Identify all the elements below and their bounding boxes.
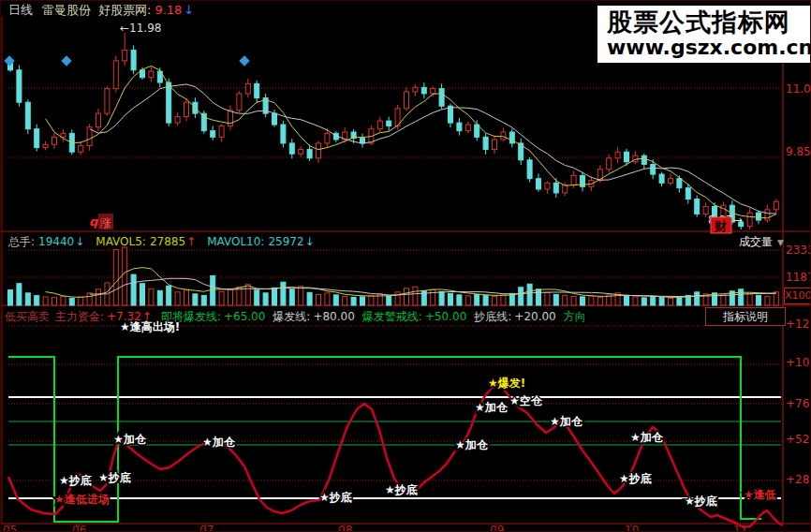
candlestick (61, 133, 66, 137)
title-token: 日线 (8, 2, 33, 19)
indicator-header: 低买高卖主力资金:+7.32↑即将爆发线:+65.00爆发线:+80.00爆发警… (5, 309, 586, 325)
price-ma5-line (46, 66, 776, 218)
indicator-help-button[interactable]: 指标说明 (705, 307, 786, 326)
volume-bar (96, 289, 101, 305)
indicator-header-token: 抄底线: (474, 309, 511, 325)
volume-bar (747, 294, 752, 305)
volume-bar (8, 290, 13, 305)
indicator-axis-label: +76.9 (786, 397, 811, 410)
volume-bar (405, 288, 409, 305)
candlestick (299, 150, 303, 155)
volume-bar (140, 284, 145, 305)
volume-header-token: 总手: (8, 234, 35, 250)
chevron-down-icon: ▼ (777, 238, 784, 247)
candlestick (307, 150, 312, 158)
volume-bar (307, 292, 312, 305)
signal-marker: ★空仓 (509, 394, 543, 407)
signal-marker: ★抄底 (619, 472, 652, 485)
title-bar: 日线雷曼股份好股票网:9.18↓ (8, 2, 194, 19)
volume-header: 总手:19440↓MAVOL5:27885↑MAVOL10:25972↓ (8, 234, 315, 250)
signal-marker: ★抄底 (98, 471, 131, 484)
title-token: 雷曼股份 (42, 2, 91, 19)
candlestick (625, 152, 629, 162)
diamond-marker (61, 55, 71, 66)
candlestick (245, 83, 250, 94)
date-label: 09 (490, 524, 504, 532)
volume-bar (184, 290, 189, 305)
indicator-header-token: +50.00 (425, 310, 466, 323)
candlestick (553, 183, 558, 193)
watermark-title: 股票公式指标网 (607, 8, 811, 37)
candlestick (465, 125, 470, 131)
date-label: 05 (3, 524, 17, 532)
signal-marker: ★加仓 (455, 438, 489, 451)
candlestick (52, 137, 57, 144)
volume-bar (299, 287, 303, 305)
candlestick (457, 123, 462, 131)
candlestick (421, 87, 426, 94)
volume-header-token: ↓ (305, 235, 315, 248)
volume-header-token: ↑ (186, 235, 196, 248)
indicator-header-token: +20.00 (514, 310, 555, 323)
volume-bar (325, 293, 330, 305)
candlestick (431, 89, 435, 94)
volume-bar (52, 298, 57, 305)
volume-bar (545, 292, 550, 305)
volume-bar (273, 288, 277, 305)
volume-bar (413, 287, 418, 305)
stock-app-window: ←11.988.07→q涨财★逢高出场!★抄底★抄底★加仓★加仓★抄底★抄底★加… (0, 0, 811, 532)
annotations-layer: ←11.988.07→q涨财★逢高出场!★抄底★抄底★加仓★加仓★抄底★抄底★加… (4, 22, 775, 508)
diamond-marker (239, 55, 249, 66)
volume-bar (537, 289, 541, 305)
volume-bar (281, 282, 286, 305)
volume-ma5-line (46, 268, 776, 298)
indicator-axis-label: +125. (786, 318, 811, 331)
volume-bar (765, 296, 770, 305)
signal-marker: ★加仓 (630, 431, 664, 444)
watermark-url: www.gszx.com.cn (607, 37, 811, 58)
volume-bar (35, 296, 39, 305)
watermark: 股票公式指标网 www.gszx.com.cn (597, 6, 811, 63)
volume-unit-text: X1000 (785, 289, 811, 302)
volume-header-token: ↓ (75, 235, 84, 248)
signal-marker: ★抄底 (59, 474, 92, 487)
date-label: 08 (338, 524, 352, 532)
volume-bar (669, 298, 673, 305)
candlestick (131, 51, 136, 70)
price-axis-label: 11.01 (786, 82, 811, 96)
candlestick (281, 125, 286, 143)
volume-bar (157, 290, 162, 305)
candlestick (361, 139, 365, 143)
chart-canvas[interactable]: ←11.988.07→q涨财★逢高出场!★抄底★抄底★加仓★加仓★抄底★抄底★加… (1, 1, 811, 532)
candlestick (641, 155, 646, 164)
volume-bar (245, 285, 250, 305)
volume-bar (641, 298, 646, 305)
candlestick (747, 213, 752, 227)
high-price-annotation: ←11.98 (120, 22, 161, 35)
volume-bar (493, 296, 497, 305)
title-token: 9.18 (155, 3, 182, 17)
volume-bar (457, 295, 462, 305)
signal-marker: ★抄底 (685, 495, 717, 508)
title-token: ↓ (184, 3, 194, 17)
volume-type-dropdown[interactable]: 成交量▼ (739, 234, 784, 250)
indicator-header-token: 爆发线: (273, 309, 310, 325)
volume-bar (625, 296, 629, 305)
candlestick (17, 70, 22, 102)
volume-axis-label: 11874 (786, 271, 811, 284)
volume-bar (343, 296, 347, 305)
volume-bar (695, 292, 700, 305)
volume-bar (351, 297, 356, 305)
indicator-axis-label: +52.8 (786, 433, 811, 446)
volume-bar (113, 250, 118, 305)
date-axis-layer: 05060708091011 (3, 524, 747, 532)
volume-bar (721, 295, 726, 305)
volume-bar (201, 295, 206, 305)
volume-bar (333, 295, 338, 305)
volume-unit-label: X1000 (784, 288, 811, 304)
candlestick (273, 113, 277, 125)
date-label: 11 (733, 524, 747, 532)
volume-dropdown-label: 成交量 (739, 235, 773, 248)
indicator-header-token: 主力资金: (55, 309, 104, 325)
candlestick (325, 133, 330, 143)
